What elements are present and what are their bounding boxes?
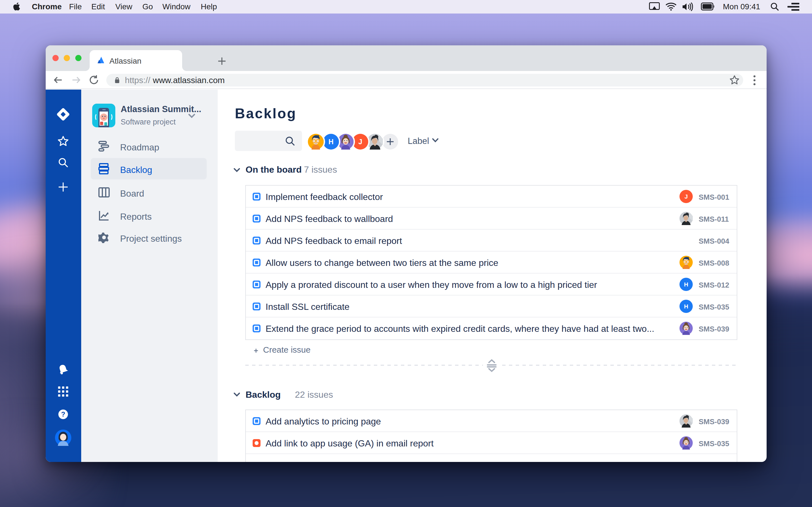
svg-text:?: ?	[61, 410, 65, 418]
